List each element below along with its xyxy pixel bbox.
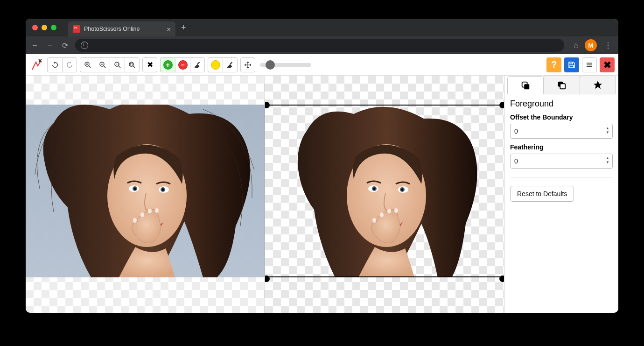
svg-point-14 (140, 212, 144, 217)
brush-size-slider[interactable] (260, 63, 311, 67)
browser-tab[interactable]: PhotoScissors Online × (68, 21, 175, 36)
tab-title: PhotoScissors Online (84, 26, 140, 32)
profile-avatar[interactable]: M (585, 39, 597, 51)
feather-input[interactable]: 0 ▲▼ (510, 154, 613, 169)
svg-rect-29 (524, 84, 529, 89)
window-close-button[interactable] (32, 25, 38, 30)
pan-button[interactable] (240, 57, 255, 72)
tab-favicon (73, 25, 80, 33)
svg-point-13 (133, 218, 137, 223)
new-tab-button[interactable]: + (181, 23, 186, 33)
mark-background-button[interactable]: − (175, 57, 190, 72)
help-button[interactable]: ? (546, 57, 561, 72)
settings-button[interactable] (582, 57, 597, 72)
crop-frame[interactable] (265, 105, 504, 277)
svg-point-16 (155, 208, 159, 213)
side-panel: Foreground Offset the Boundary 0 ▲▼ Feat… (504, 76, 618, 313)
feather-label: Feathering (510, 143, 613, 151)
slider-thumb[interactable] (266, 60, 275, 70)
divider (510, 177, 613, 177)
svg-rect-5 (130, 63, 133, 65)
close-app-button[interactable]: ✖ (600, 57, 615, 72)
save-button[interactable] (564, 57, 579, 72)
app-logo (29, 57, 44, 72)
result-pane[interactable] (265, 76, 504, 313)
offset-label: Offset the Boundary (510, 113, 613, 121)
workspace: Foreground Offset the Boundary 0 ▲▼ Feat… (26, 76, 618, 313)
original-pane[interactable] (26, 76, 265, 313)
zoom-fit-button[interactable] (125, 57, 140, 72)
svg-point-15 (148, 209, 152, 213)
panel-tabs (507, 76, 616, 94)
stepper-icon[interactable]: ▲▼ (606, 126, 609, 134)
panel-title: Foreground (510, 99, 613, 109)
svg-point-4 (129, 62, 133, 66)
back-button[interactable]: ← (30, 41, 40, 49)
site-info-icon[interactable] (81, 42, 88, 49)
crop-handle-tr[interactable] (499, 102, 504, 108)
window-controls (32, 25, 56, 30)
tab-foreground[interactable] (507, 76, 544, 94)
undo-button[interactable] (47, 57, 62, 72)
window-minimize-button[interactable] (42, 25, 47, 30)
bookmark-star-icon[interactable]: ☆ (573, 41, 579, 50)
erase-marks-button[interactable] (190, 57, 205, 72)
browser-window: PhotoScissors Online × + ← → ⟳ ☆ M ⋮ 1:1… (26, 19, 618, 313)
redo-button[interactable] (62, 57, 77, 72)
offset-input[interactable]: 0 ▲▼ (510, 124, 613, 139)
svg-text:1:1: 1:1 (115, 63, 119, 65)
crop-handle-br[interactable] (499, 275, 504, 282)
address-bar: ← → ⟳ ☆ M ⋮ (26, 36, 618, 54)
reload-button[interactable]: ⟳ (60, 41, 70, 50)
clear-marks-button[interactable]: ✖ (142, 57, 157, 72)
titlebar: PhotoScissors Online × + (26, 19, 618, 36)
app-toolbar: 1:1 ✖ + − ? ✖ (26, 54, 618, 76)
url-input[interactable] (75, 39, 564, 52)
mark-hair-button[interactable] (208, 57, 223, 72)
erase-hair-button[interactable] (223, 57, 238, 72)
zoom-in-button[interactable] (80, 57, 95, 72)
reset-button[interactable]: Reset to Defaults (510, 186, 574, 202)
svg-rect-31 (560, 84, 566, 89)
zoom-actual-button[interactable]: 1:1 (110, 57, 125, 72)
photo-original (26, 105, 259, 277)
mark-foreground-button[interactable]: + (160, 57, 175, 72)
browser-menu-button[interactable]: ⋮ (602, 41, 614, 50)
tab-favorite[interactable] (580, 76, 616, 94)
tab-close-button[interactable]: × (167, 25, 171, 33)
svg-point-9 (134, 188, 136, 190)
tab-background[interactable] (543, 76, 580, 94)
svg-point-12 (162, 189, 164, 191)
stepper-icon[interactable]: ▲▼ (606, 156, 609, 164)
window-maximize-button[interactable] (51, 25, 56, 30)
panel-body: Foreground Offset the Boundary 0 ▲▼ Feat… (504, 94, 618, 206)
zoom-out-button[interactable] (95, 57, 110, 72)
forward-button[interactable]: → (45, 41, 55, 49)
